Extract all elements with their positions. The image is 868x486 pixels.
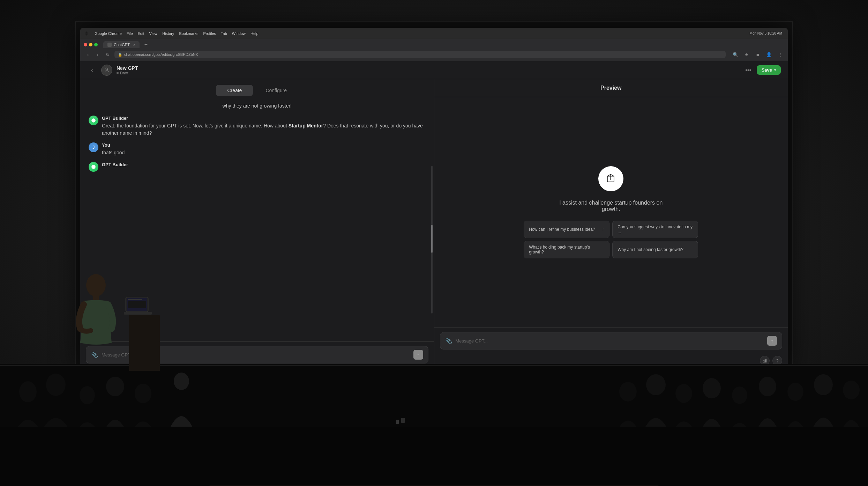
gpt-title-area: New GPT Draft (117, 65, 138, 75)
preview-header: Preview (434, 79, 788, 97)
tab-create[interactable]: Create (216, 85, 253, 96)
extensions-button[interactable]: ■ (754, 50, 762, 59)
svg-rect-5 (764, 360, 765, 362)
suggestion-arrow-0: ↑ (602, 227, 604, 232)
suggestion-btn-0[interactable]: How can I refine my business idea? ↑ (524, 221, 609, 238)
suggestion-label-1: Can you suggest ways to innovate in my .… (618, 224, 693, 234)
svg-rect-29 (93, 295, 99, 301)
speaker-figure (73, 266, 122, 371)
profile-button[interactable]: 👤 (765, 50, 773, 59)
menu-google-chrome[interactable]: Google Chrome (95, 31, 122, 36)
svg-point-14 (174, 373, 189, 390)
menu-history[interactable]: History (162, 31, 174, 36)
tab-configure[interactable]: Configure (254, 85, 298, 96)
scroll-thumb (431, 225, 433, 253)
preview-input-box: 📎 Message GPT... ↑ (440, 332, 783, 349)
browser-chrome: ChatGPT × + ‹ › ↻ 🔒 chat.openai.com/gpts… (80, 39, 788, 61)
scroll-bar[interactable] (431, 166, 433, 314)
svg-point-12 (106, 377, 124, 396)
menu-tab[interactable]: Tab (221, 31, 227, 36)
menu-help[interactable]: Help (250, 31, 259, 36)
suggestion-label-3: Why am I not seeing faster growth? (618, 247, 683, 252)
suggestion-btn-3[interactable]: Why am I not seeing faster growth? (612, 241, 698, 258)
podium (129, 315, 160, 371)
menu-bookmarks[interactable]: Bookmarks (179, 31, 198, 36)
reload-button[interactable]: ↻ (103, 50, 112, 59)
suggestion-btn-2[interactable]: What's holding back my startup's growth? (524, 241, 609, 258)
gpt-status-text: Draft (120, 71, 128, 75)
status-dot (117, 72, 119, 74)
header-actions: ••• Save ▾ (743, 65, 781, 75)
minimize-window-button[interactable] (89, 43, 92, 46)
menu-edit[interactable]: Edit (138, 31, 144, 36)
preview-content: I assist and challenge startup founders … (434, 97, 788, 327)
menu-window[interactable]: Window (232, 31, 246, 36)
tab-close-button[interactable]: × (133, 43, 135, 47)
zoom-button[interactable]: 🔍 (731, 50, 740, 59)
svg-point-0 (106, 68, 108, 70)
address-bar-row: ‹ › ↻ 🔒 chat.openai.com/gpts/editor/g-cS… (84, 50, 784, 59)
forward-button[interactable]: › (93, 50, 102, 59)
svg-point-18 (703, 378, 721, 398)
address-bar[interactable]: 🔒 chat.openai.com/gpts/editor/g-cSBRDZbN… (114, 51, 726, 58)
gpt-preview-icon (598, 166, 623, 191)
panel-tabs: Create Configure (80, 79, 434, 96)
save-button[interactable]: Save ▾ (757, 65, 781, 75)
back-button[interactable]: ‹ (84, 50, 92, 59)
tab-favicon (107, 43, 112, 47)
menu-file[interactable]: File (127, 31, 133, 36)
bot-sender-1: GPT Builder (102, 116, 426, 121)
svg-point-20 (759, 377, 776, 396)
preview-attach-button[interactable]: 📎 (445, 338, 452, 344)
macos-menubar:  Google Chrome File Edit View History B… (80, 28, 788, 39)
more-options-header-button[interactable]: ••• (743, 65, 753, 75)
user-sender: You (102, 142, 426, 148)
svg-point-10 (46, 374, 66, 396)
bot-message-2: GPT Builder (89, 162, 426, 172)
svg-rect-24 (0, 427, 868, 486)
app-content: ‹ New GPT Draft ••• Save ▾ (80, 61, 788, 368)
user-message-content: You thats good (102, 142, 426, 156)
app-header: ‹ New GPT Draft ••• Save ▾ (80, 61, 788, 79)
user-message-row: J You thats good (89, 142, 426, 156)
svg-rect-26 (401, 418, 405, 423)
chat-scroll-area: why they are not growing faster! GPT Bui… (89, 102, 426, 175)
bot-message-1: GPT Builder Great, the foundation for yo… (89, 116, 426, 137)
lock-icon: 🔒 (118, 53, 122, 57)
svg-point-21 (787, 383, 803, 401)
svg-point-22 (814, 374, 833, 395)
header-back-button[interactable]: ‹ (87, 65, 97, 75)
svg-point-11 (80, 386, 95, 404)
user-message-text: thats good (102, 149, 426, 156)
svg-rect-32 (124, 312, 152, 315)
svg-point-13 (135, 384, 151, 403)
suggestion-btn-1[interactable]: Can you suggest ways to innovate in my .… (612, 221, 698, 238)
svg-point-2 (91, 165, 96, 169)
more-options-button[interactable]: ⋮ (776, 50, 784, 59)
close-window-button[interactable] (84, 43, 87, 46)
svg-point-28 (86, 274, 106, 296)
bookmark-button[interactable]: ★ (742, 50, 751, 59)
menubar-right: Mon Nov 6 10:28 AM (750, 31, 782, 35)
preview-send-button[interactable]: ↑ (767, 336, 777, 346)
svg-rect-34 (128, 301, 146, 308)
new-tab-button[interactable]: + (142, 42, 150, 48)
fullscreen-window-button[interactable] (94, 43, 98, 46)
save-label: Save (762, 67, 772, 73)
right-panel: Preview I assist and challenge s (434, 79, 788, 368)
message-content-2: GPT Builder (102, 162, 426, 169)
svg-rect-25 (396, 420, 399, 424)
browser-tab-chatgpt[interactable]: ChatGPT × (103, 41, 140, 48)
svg-point-19 (732, 386, 747, 404)
suggestion-label-2: What's holding back my startup's growth? (529, 245, 604, 255)
menu-profiles[interactable]: Profiles (203, 31, 216, 36)
apple-menu[interactable]:  (86, 31, 88, 36)
preview-input-field[interactable]: Message GPT... (456, 338, 764, 344)
menu-items: Google Chrome File Edit View History Boo… (95, 31, 258, 36)
svg-rect-6 (765, 359, 766, 362)
svg-point-17 (675, 384, 692, 403)
suggestion-buttons: How can I refine my business idea? ↑ Can… (524, 221, 698, 258)
send-button[interactable]: ↑ (413, 350, 423, 360)
menu-view[interactable]: View (149, 31, 157, 36)
gpt-status-row: Draft (117, 71, 138, 75)
